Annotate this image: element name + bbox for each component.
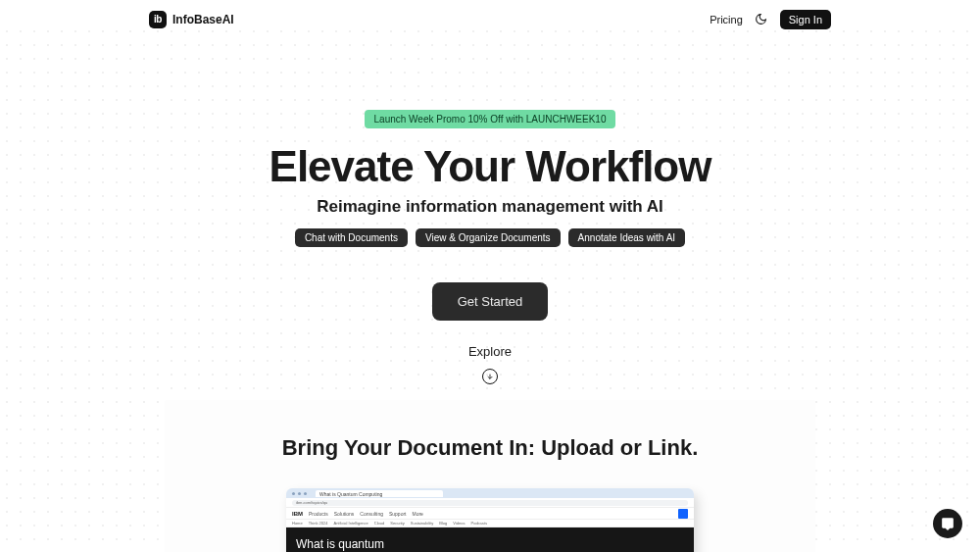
top-nav: ib InfoBaseAI Pricing Sign In [0, 0, 980, 25]
mock-menu-item: Support [389, 511, 407, 517]
mock-site-hero: What is quantum [286, 527, 694, 552]
chat-fab[interactable] [933, 509, 962, 538]
mock-menu-item: Consulting [360, 511, 383, 517]
moon-icon [755, 13, 767, 25]
mock-search-button [678, 509, 688, 519]
mock-browser-tabstrip: What is Quantum Computing [286, 488, 694, 498]
mock-site-logo: IBM [292, 511, 303, 517]
section-upload-title: Bring Your Document In: Upload or Link. [165, 435, 815, 461]
mock-subnav-item: Cloud [374, 521, 384, 526]
chat-icon [941, 517, 955, 530]
feature-pill: Annotate Ideas with AI [568, 228, 686, 247]
arrow-down-icon [486, 373, 494, 380]
feature-pill: View & Organize Documents [416, 228, 561, 247]
window-control-icon [292, 492, 295, 495]
mock-menu-item: Products [309, 511, 328, 517]
explore-scroll-hint[interactable] [0, 369, 980, 384]
mock-site-hero-text: What is quantum [296, 537, 384, 551]
promo-badge: Launch Week Promo 10% Off with LAUNCHWEE… [365, 110, 616, 128]
hero-subhead: Reimagine information management with AI [0, 197, 980, 217]
mock-browser-tab: What is Quantum Computing [316, 490, 443, 497]
mock-site-header: IBM Products Solutions Consulting Suppor… [286, 508, 694, 520]
mock-subnav-item: Think 2024 [309, 521, 328, 526]
mock-menu-item: Solutions [334, 511, 355, 517]
hero-headline: Elevate Your Workflow [0, 142, 980, 191]
mock-browser-screenshot: What is Quantum Computing ibm.com/topics… [286, 488, 694, 552]
signin-button[interactable]: Sign In [780, 10, 831, 29]
brand-name: InfoBaseAI [172, 13, 234, 26]
mock-subnav-item: Security [390, 521, 404, 526]
mock-subnav-item: Artificial Intelligence [333, 521, 368, 526]
feature-pills: Chat with Documents View & Organize Docu… [0, 228, 980, 247]
explore-label: Explore [0, 344, 980, 359]
mock-subnav-item: Blog [439, 521, 447, 526]
theme-toggle[interactable] [753, 11, 770, 28]
get-started-button[interactable]: Get Started [432, 282, 548, 321]
window-control-icon [298, 492, 301, 495]
brand-logo: ib [149, 11, 167, 28]
mock-browser-urlbar: ibm.com/topics/qu [286, 498, 694, 508]
mock-menu-item: More [412, 511, 422, 517]
nav-link-pricing[interactable]: Pricing [710, 14, 743, 25]
mock-subnav-item: Home [292, 521, 303, 526]
hero: Launch Week Promo 10% Off with LAUNCHWEE… [0, 25, 980, 384]
mock-subnav-item: Sustainability [411, 521, 434, 526]
mock-site-subnav: Home Think 2024 Artificial Intelligence … [286, 520, 694, 527]
mock-subnav-item: Podcasts [471, 521, 487, 526]
nav-right: Pricing Sign In [710, 10, 831, 29]
brand[interactable]: ib InfoBaseAI [149, 11, 234, 28]
feature-pill: Chat with Documents [295, 228, 408, 247]
section-upload: Bring Your Document In: Upload or Link. … [165, 400, 815, 552]
mock-subnav-item: Videos [453, 521, 465, 526]
window-control-icon [304, 492, 307, 495]
mock-browser-url: ibm.com/topics/qu [292, 500, 688, 506]
